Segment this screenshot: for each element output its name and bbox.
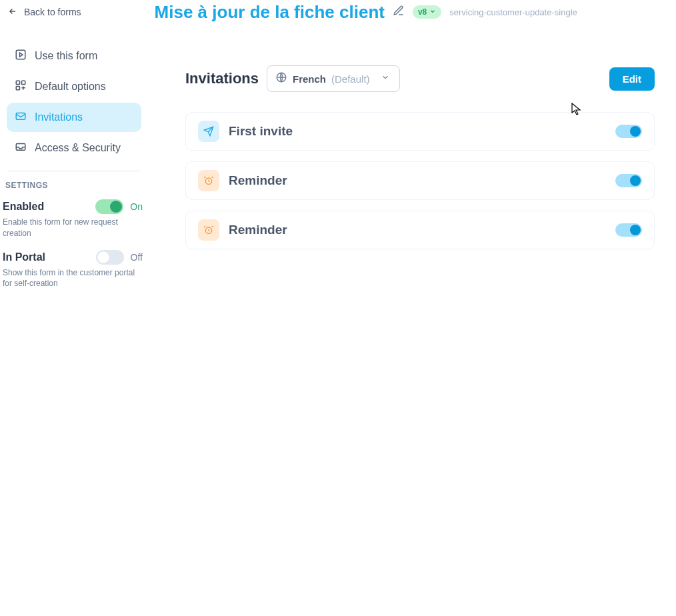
sidebar-item-default-options[interactable]: Default options (7, 72, 141, 101)
setting-in-portal-status: Off (131, 252, 143, 263)
sidebar-item-label: Use this form (35, 50, 97, 62)
paper-plane-icon (198, 121, 219, 142)
back-to-forms-link[interactable]: Back to forms (8, 7, 81, 18)
chevron-down-icon (429, 7, 436, 17)
back-label: Back to forms (24, 7, 81, 17)
sidebar-item-label: Invitations (35, 111, 83, 123)
setting-in-portal-toggle[interactable] (96, 250, 124, 265)
sidebar: Use this form Default options Invitation… (0, 24, 148, 616)
sidebar-item-invitations[interactable]: Invitations (7, 103, 141, 132)
setting-enabled-desc: Enable this form for new request creatio… (3, 217, 143, 239)
inbox-icon (15, 141, 27, 155)
language-default: (Default) (331, 73, 370, 85)
setting-enabled-row: Enabled On (3, 199, 143, 214)
play-square-icon (15, 49, 27, 63)
invitation-toggle-reminder-2[interactable] (615, 223, 642, 237)
invitations-list: First invite Reminder Reminder (185, 112, 655, 249)
invitation-title: Reminder (229, 223, 287, 237)
sidebar-divider (8, 171, 140, 171)
version-text: v8 (418, 7, 427, 17)
form-slug: servicing-customer-update-single (449, 7, 577, 17)
main-header: Invitations French (Default) Edit (185, 65, 655, 92)
version-badge[interactable]: v8 (413, 5, 441, 19)
invitation-toggle-reminder-1[interactable] (615, 174, 642, 187)
options-icon (15, 79, 27, 94)
sidebar-item-label: Default options (35, 81, 106, 93)
page-title: Mise à jour de la fiche client (155, 2, 385, 23)
svg-rect-1 (16, 81, 19, 84)
sidebar-item-use-this-form[interactable]: Use this form (7, 41, 141, 71)
edit-title-button[interactable] (393, 5, 405, 19)
alarm-clock-icon (198, 219, 219, 241)
setting-in-portal-label: In Portal (3, 251, 45, 263)
edit-button[interactable]: Edit (609, 67, 655, 91)
pencil-icon (393, 5, 405, 19)
section-title: Invitations (185, 70, 259, 87)
setting-in-portal-desc: Show this form in the customer portal fo… (3, 267, 143, 290)
invitation-toggle-first-invite[interactable] (615, 125, 642, 138)
globe-icon (275, 71, 287, 86)
settings-header: SETTINGS (5, 181, 145, 190)
setting-enabled-label: Enabled (3, 201, 44, 213)
svg-rect-4 (16, 113, 25, 120)
setting-in-portal-row: In Portal Off (3, 250, 143, 265)
invitation-row-reminder-1[interactable]: Reminder (185, 161, 655, 200)
setting-enabled-toggle[interactable] (95, 199, 123, 214)
chevron-down-icon (381, 73, 390, 85)
header-bar: Back to forms Mise à jour de la fiche cl… (0, 0, 676, 24)
sidebar-item-label: Access & Security (35, 142, 121, 154)
language-name: French (293, 73, 326, 85)
svg-rect-0 (16, 50, 25, 59)
main-content: Invitations French (Default) Edit Fir (148, 24, 676, 616)
setting-enabled-status: On (130, 201, 143, 212)
svg-rect-3 (16, 87, 19, 90)
invitation-title: Reminder (229, 173, 287, 188)
language-select[interactable]: French (Default) (267, 65, 400, 92)
alarm-clock-icon (198, 170, 219, 191)
envelope-icon (15, 110, 27, 125)
invitation-row-first-invite[interactable]: First invite (185, 112, 655, 151)
invitation-title: First invite (229, 124, 293, 139)
sidebar-item-access-security[interactable]: Access & Security (7, 133, 141, 163)
svg-rect-2 (22, 81, 25, 84)
invitation-row-reminder-2[interactable]: Reminder (185, 211, 655, 249)
arrow-left-icon (8, 7, 17, 18)
